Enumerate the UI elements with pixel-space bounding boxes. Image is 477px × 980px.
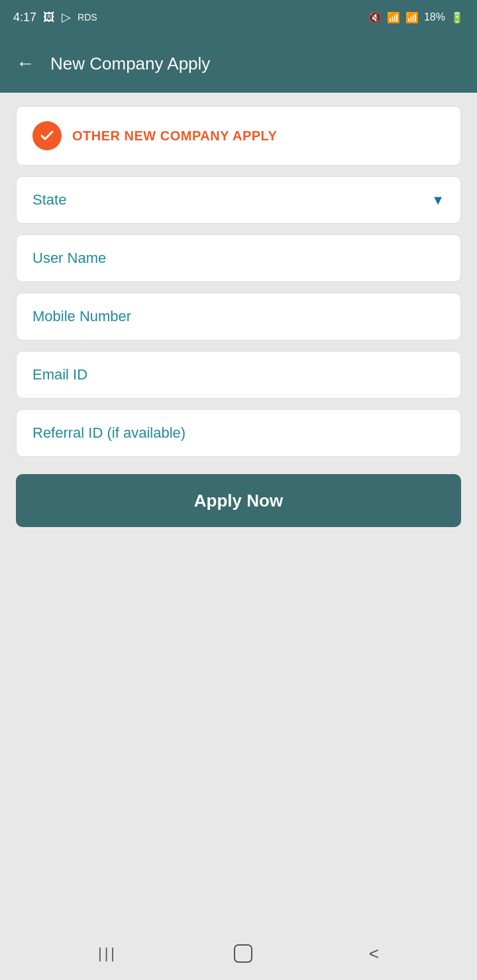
bottom-nav (0, 927, 477, 980)
wifi-icon: 📶 (387, 11, 400, 24)
username-input[interactable] (32, 250, 445, 267)
battery-display: 18% (424, 11, 445, 23)
signal-icon: 📶 (405, 11, 419, 24)
status-right-icons: 🔇 📶 📶 18% 🔋 (368, 11, 464, 24)
banner-card: OTHER NEW COMPANY APPLY (16, 106, 461, 166)
username-field-container[interactable] (16, 234, 461, 282)
email-input[interactable] (32, 366, 445, 383)
banner-text: OTHER NEW COMPANY APPLY (72, 128, 277, 144)
state-label: State (32, 191, 66, 209)
back-nav-button[interactable] (369, 944, 379, 964)
mobile-input[interactable] (32, 308, 445, 325)
back-button[interactable]: ← (16, 53, 34, 74)
content-area: OTHER NEW COMPANY APPLY State ▼ Apply No… (0, 93, 477, 927)
gallery-icon: 🖼 (43, 11, 55, 24)
time-display: 4:17 (13, 11, 36, 24)
app-header: ← New Company Apply (0, 34, 477, 93)
check-circle-icon (32, 121, 62, 150)
mobile-field-container[interactable] (16, 293, 461, 340)
home-nav-button[interactable] (234, 944, 252, 963)
notification-icon: RDS (78, 12, 97, 23)
mute-icon: 🔇 (368, 11, 382, 24)
referral-field-container[interactable] (16, 409, 461, 457)
dropdown-arrow-icon: ▼ (431, 193, 445, 208)
status-bar: 4:17 🖼 ▷ RDS 🔇 📶 📶 18% 🔋 (0, 0, 477, 34)
status-time: 4:17 🖼 ▷ RDS (13, 10, 97, 24)
apply-now-button[interactable]: Apply Now (16, 474, 461, 527)
referral-input[interactable] (32, 424, 445, 442)
play-icon: ▷ (62, 10, 71, 24)
state-dropdown[interactable]: State ▼ (16, 176, 461, 224)
email-field-container[interactable] (16, 351, 461, 399)
page-title: New Company Apply (50, 54, 210, 74)
battery-icon: 🔋 (450, 11, 464, 24)
recents-nav-button[interactable] (98, 945, 117, 962)
